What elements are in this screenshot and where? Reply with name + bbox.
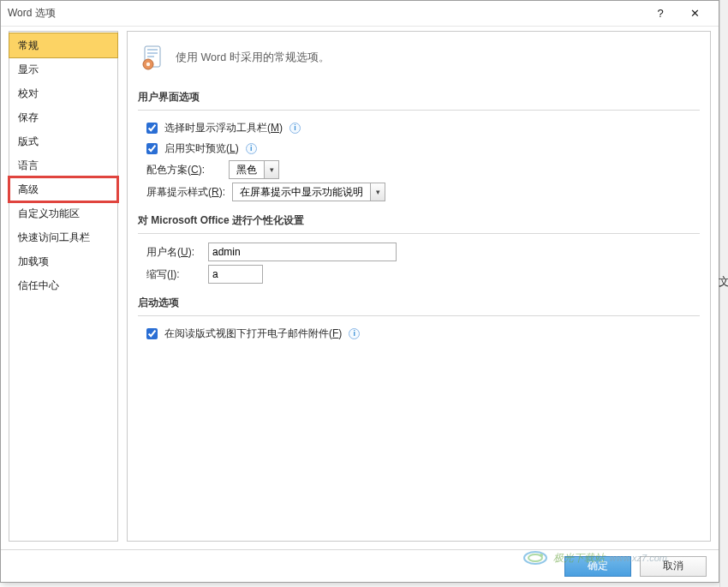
info-icon[interactable]: i [289, 123, 301, 134]
row-mini-toolbar: 选择时显示浮动工具栏(M) i [138, 117, 700, 138]
dialog-title: Word 选项 [8, 6, 643, 21]
row-color-scheme: 配色方案(C): 黑色 ▾ [138, 159, 700, 181]
background-window-edge: 文 [719, 0, 728, 587]
info-icon[interactable]: i [349, 328, 360, 339]
sidebar-item-display[interactable]: 显示 [9, 57, 117, 81]
initials-label: 缩写(I): [146, 266, 201, 283]
cancel-button[interactable]: 取消 [640, 556, 707, 577]
sidebar-item-save[interactable]: 保存 [9, 105, 117, 129]
open-attachments-label: 在阅读版式视图下打开电子邮件附件(F) [164, 325, 342, 342]
username-input[interactable] [208, 243, 397, 261]
svg-rect-1 [147, 49, 158, 51]
section-startup-heading: 启动选项 [138, 292, 700, 316]
row-initials: 缩写(I): [138, 263, 700, 285]
chevron-down-icon: ▾ [264, 160, 279, 179]
row-open-attachments: 在阅读版式视图下打开电子邮件附件(F) i [138, 323, 700, 344]
section-ui-heading: 用户界面选项 [138, 87, 700, 111]
chevron-down-icon: ▾ [370, 183, 385, 201]
info-icon[interactable]: i [246, 143, 257, 154]
live-preview-label: 启用实时预览(L) [164, 140, 239, 157]
sidebar-item-quick-access[interactable]: 快速访问工具栏 [9, 225, 117, 249]
ok-button[interactable]: 确定 [564, 556, 631, 577]
row-tooltip-style: 屏幕提示样式(R): 在屏幕提示中显示功能说明 ▾ [138, 181, 700, 203]
tooltip-style-label: 屏幕提示样式(R): [146, 183, 225, 201]
live-preview-checkbox[interactable] [146, 143, 158, 154]
help-button[interactable]: ? [643, 2, 677, 26]
sidebar-item-general[interactable]: 常规 [9, 33, 118, 58]
options-icon [140, 44, 167, 71]
sidebar-item-customize-ribbon[interactable]: 自定义功能区 [9, 201, 117, 225]
banner: 使用 Word 时采用的常规选项。 [138, 40, 700, 80]
tooltip-style-dropdown[interactable]: 在屏幕提示中显示功能说明 ▾ [232, 183, 385, 201]
mini-toolbar-label: 选择时显示浮动工具栏(M) [164, 119, 283, 136]
section-startup: 启动选项 在阅读版式视图下打开电子邮件附件(F) i [138, 292, 700, 344]
section-personalize: 对 Microsoft Office 进行个性化设置 用户名(U): 缩写(I)… [138, 210, 700, 285]
sidebar-item-addins[interactable]: 加载项 [9, 249, 117, 273]
sidebar-item-language[interactable]: 语言 [9, 153, 117, 177]
tooltip-style-value: 在屏幕提示中显示功能说明 [232, 183, 370, 201]
word-options-dialog: Word 选项 ? ✕ 常规 显示 校对 保存 版式 语言 高级 自定义功能区 … [0, 0, 719, 583]
category-sidebar: 常规 显示 校对 保存 版式 语言 高级 自定义功能区 快速访问工具栏 加载项 … [9, 31, 118, 542]
open-attachments-checkbox[interactable] [146, 328, 158, 339]
section-ui: 用户界面选项 选择时显示浮动工具栏(M) i 启用实时预览(L) i [138, 87, 700, 203]
dialog-footer: 极光下载站 www.xz7.com 确定 取消 [1, 549, 719, 582]
titlebar: Word 选项 ? ✕ [1, 1, 719, 27]
watermark-logo-icon [522, 549, 548, 566]
dialog-body: 常规 显示 校对 保存 版式 语言 高级 自定义功能区 快速访问工具栏 加载项 … [1, 27, 719, 549]
sidebar-item-advanced[interactable]: 高级 [9, 177, 117, 201]
close-button[interactable]: ✕ [677, 2, 712, 26]
color-scheme-label: 配色方案(C): [146, 161, 222, 178]
svg-rect-2 [147, 52, 158, 54]
svg-point-5 [146, 63, 150, 66]
mini-toolbar-checkbox[interactable] [146, 123, 158, 134]
username-label: 用户名(U): [146, 243, 201, 261]
color-scheme-value: 黑色 [229, 160, 264, 179]
svg-point-6 [524, 552, 546, 564]
row-username: 用户名(U): [138, 241, 700, 263]
sidebar-item-layout[interactable]: 版式 [9, 129, 117, 153]
svg-rect-3 [147, 56, 154, 57]
svg-point-8 [540, 554, 543, 557]
main-panel: 使用 Word 时采用的常规选项。 用户界面选项 选择时显示浮动工具栏(M) i… [127, 31, 711, 542]
color-scheme-dropdown[interactable]: 黑色 ▾ [229, 160, 279, 179]
sidebar-item-trust-center[interactable]: 信任中心 [9, 273, 117, 297]
section-personalize-heading: 对 Microsoft Office 进行个性化设置 [138, 210, 700, 234]
banner-text: 使用 Word 时采用的常规选项。 [176, 51, 330, 65]
row-live-preview: 启用实时预览(L) i [138, 138, 700, 159]
sidebar-item-proofing[interactable]: 校对 [9, 81, 117, 105]
initials-input[interactable] [208, 265, 263, 284]
background-text-fragment: 文 [719, 274, 728, 290]
svg-point-7 [528, 554, 542, 561]
